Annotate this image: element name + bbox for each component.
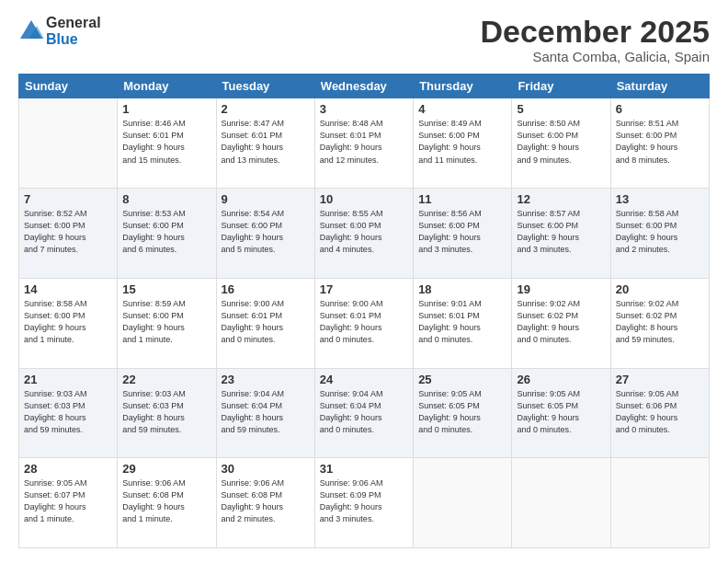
header-sunday: Sunday xyxy=(19,75,118,98)
title-section: December 2025 Santa Comba, Galicia, Spai… xyxy=(480,15,710,64)
day-info: Sunrise: 9:06 AM Sunset: 6:08 PM Dayligh… xyxy=(122,477,210,525)
day-info: Sunrise: 9:04 AM Sunset: 6:04 PM Dayligh… xyxy=(320,388,408,436)
table-row: 8Sunrise: 8:53 AM Sunset: 6:00 PM Daylig… xyxy=(118,189,216,279)
day-info: Sunrise: 9:00 AM Sunset: 6:01 PM Dayligh… xyxy=(222,298,310,346)
day-number: 3 xyxy=(320,102,408,116)
day-number: 23 xyxy=(222,373,310,386)
table-row: 7Sunrise: 8:52 AM Sunset: 6:00 PM Daylig… xyxy=(19,189,118,279)
calendar-table: Sunday Monday Tuesday Wednesday Thursday… xyxy=(18,74,710,548)
logo-blue: Blue xyxy=(46,31,101,48)
day-info: Sunrise: 8:48 AM Sunset: 6:01 PM Dayligh… xyxy=(320,118,408,166)
day-number: 1 xyxy=(122,102,210,116)
header-row: Sunday Monday Tuesday Wednesday Thursday… xyxy=(19,75,710,98)
table-row: 13Sunrise: 8:58 AM Sunset: 6:00 PM Dayli… xyxy=(610,189,709,279)
day-info: Sunrise: 9:05 AM Sunset: 6:05 PM Dayligh… xyxy=(418,388,506,436)
day-number: 11 xyxy=(418,192,506,206)
day-info: Sunrise: 8:49 AM Sunset: 6:00 PM Dayligh… xyxy=(418,118,506,166)
table-row: 21Sunrise: 9:03 AM Sunset: 6:03 PM Dayli… xyxy=(19,368,118,458)
table-row: 28Sunrise: 9:05 AM Sunset: 6:07 PM Dayli… xyxy=(19,458,118,548)
day-info: Sunrise: 9:05 AM Sunset: 6:06 PM Dayligh… xyxy=(616,388,704,436)
calendar-body: 1Sunrise: 8:46 AM Sunset: 6:01 PM Daylig… xyxy=(19,98,710,548)
calendar-week-row: 1Sunrise: 8:46 AM Sunset: 6:01 PM Daylig… xyxy=(19,98,710,189)
table-row: 4Sunrise: 8:49 AM Sunset: 6:00 PM Daylig… xyxy=(414,98,512,189)
day-info: Sunrise: 9:06 AM Sunset: 6:09 PM Dayligh… xyxy=(320,477,408,525)
header-tuesday: Tuesday xyxy=(216,75,314,98)
table-row: 12Sunrise: 8:57 AM Sunset: 6:00 PM Dayli… xyxy=(512,189,610,279)
day-number: 21 xyxy=(24,373,112,386)
header-thursday: Thursday xyxy=(414,75,512,98)
day-info: Sunrise: 9:02 AM Sunset: 6:02 PM Dayligh… xyxy=(517,298,605,346)
calendar-header: Sunday Monday Tuesday Wednesday Thursday… xyxy=(19,75,710,98)
table-row: 14Sunrise: 8:58 AM Sunset: 6:00 PM Dayli… xyxy=(19,278,118,368)
day-info: Sunrise: 9:01 AM Sunset: 6:01 PM Dayligh… xyxy=(418,298,506,346)
header-saturday: Saturday xyxy=(610,75,709,98)
table-row: 20Sunrise: 9:02 AM Sunset: 6:02 PM Dayli… xyxy=(610,278,709,368)
day-number: 16 xyxy=(222,282,310,296)
table-row: 16Sunrise: 9:00 AM Sunset: 6:01 PM Dayli… xyxy=(216,278,314,368)
calendar-week-row: 14Sunrise: 8:58 AM Sunset: 6:00 PM Dayli… xyxy=(19,278,710,368)
table-row xyxy=(512,458,610,548)
header: General Blue December 2025 Santa Comba, … xyxy=(18,15,710,64)
day-number: 4 xyxy=(418,102,506,116)
day-number: 6 xyxy=(616,102,704,116)
table-row: 6Sunrise: 8:51 AM Sunset: 6:00 PM Daylig… xyxy=(610,98,709,189)
day-number: 17 xyxy=(320,282,408,296)
day-info: Sunrise: 9:03 AM Sunset: 6:03 PM Dayligh… xyxy=(122,388,210,436)
day-number: 22 xyxy=(122,373,210,386)
table-row: 22Sunrise: 9:03 AM Sunset: 6:03 PM Dayli… xyxy=(118,368,216,458)
day-number: 18 xyxy=(418,282,506,296)
day-number: 19 xyxy=(517,282,605,296)
day-number: 5 xyxy=(517,102,605,116)
table-row: 27Sunrise: 9:05 AM Sunset: 6:06 PM Dayli… xyxy=(610,368,709,458)
table-row xyxy=(610,458,709,548)
logo-general: General xyxy=(46,15,101,31)
day-info: Sunrise: 8:46 AM Sunset: 6:01 PM Dayligh… xyxy=(122,118,210,166)
day-info: Sunrise: 8:53 AM Sunset: 6:00 PM Dayligh… xyxy=(122,208,210,256)
table-row: 25Sunrise: 9:05 AM Sunset: 6:05 PM Dayli… xyxy=(414,368,512,458)
day-info: Sunrise: 9:03 AM Sunset: 6:03 PM Dayligh… xyxy=(24,388,112,436)
table-row: 24Sunrise: 9:04 AM Sunset: 6:04 PM Dayli… xyxy=(314,368,413,458)
day-number: 30 xyxy=(222,462,310,476)
day-number: 20 xyxy=(616,282,704,296)
table-row: 11Sunrise: 8:56 AM Sunset: 6:00 PM Dayli… xyxy=(414,189,512,279)
day-info: Sunrise: 8:56 AM Sunset: 6:00 PM Dayligh… xyxy=(418,208,506,256)
day-number: 25 xyxy=(418,373,506,386)
table-row: 29Sunrise: 9:06 AM Sunset: 6:08 PM Dayli… xyxy=(118,458,216,548)
table-row: 17Sunrise: 9:00 AM Sunset: 6:01 PM Dayli… xyxy=(314,278,413,368)
day-info: Sunrise: 9:00 AM Sunset: 6:01 PM Dayligh… xyxy=(320,298,408,346)
table-row xyxy=(19,98,118,189)
day-number: 12 xyxy=(517,192,605,206)
day-number: 28 xyxy=(24,462,112,476)
day-info: Sunrise: 8:55 AM Sunset: 6:00 PM Dayligh… xyxy=(320,208,408,256)
table-row: 23Sunrise: 9:04 AM Sunset: 6:04 PM Dayli… xyxy=(216,368,314,458)
table-row: 1Sunrise: 8:46 AM Sunset: 6:01 PM Daylig… xyxy=(118,98,216,189)
day-number: 24 xyxy=(320,373,408,386)
day-number: 8 xyxy=(122,192,210,206)
day-info: Sunrise: 8:51 AM Sunset: 6:00 PM Dayligh… xyxy=(616,118,704,166)
table-row: 2Sunrise: 8:47 AM Sunset: 6:01 PM Daylig… xyxy=(216,98,314,189)
header-friday: Friday xyxy=(512,75,610,98)
day-info: Sunrise: 9:05 AM Sunset: 6:07 PM Dayligh… xyxy=(24,477,112,525)
day-number: 26 xyxy=(517,373,605,386)
day-info: Sunrise: 8:50 AM Sunset: 6:00 PM Dayligh… xyxy=(517,118,605,166)
day-info: Sunrise: 8:54 AM Sunset: 6:00 PM Dayligh… xyxy=(222,208,310,256)
day-number: 9 xyxy=(222,192,310,206)
table-row: 19Sunrise: 9:02 AM Sunset: 6:02 PM Dayli… xyxy=(512,278,610,368)
day-info: Sunrise: 9:05 AM Sunset: 6:05 PM Dayligh… xyxy=(517,388,605,436)
day-number: 29 xyxy=(122,462,210,476)
calendar-week-row: 21Sunrise: 9:03 AM Sunset: 6:03 PM Dayli… xyxy=(19,368,710,458)
table-row xyxy=(414,458,512,548)
table-row: 9Sunrise: 8:54 AM Sunset: 6:00 PM Daylig… xyxy=(216,189,314,279)
day-number: 31 xyxy=(320,462,408,476)
day-number: 15 xyxy=(122,282,210,296)
day-number: 27 xyxy=(616,373,704,386)
table-row: 5Sunrise: 8:50 AM Sunset: 6:00 PM Daylig… xyxy=(512,98,610,189)
header-monday: Monday xyxy=(118,75,216,98)
day-info: Sunrise: 9:06 AM Sunset: 6:08 PM Dayligh… xyxy=(222,477,310,525)
day-info: Sunrise: 8:52 AM Sunset: 6:00 PM Dayligh… xyxy=(24,208,112,256)
logo: General Blue xyxy=(18,15,101,47)
table-row: 15Sunrise: 8:59 AM Sunset: 6:00 PM Dayli… xyxy=(118,278,216,368)
day-number: 14 xyxy=(24,282,112,296)
page: General Blue December 2025 Santa Comba, … xyxy=(0,0,728,563)
calendar-week-row: 7Sunrise: 8:52 AM Sunset: 6:00 PM Daylig… xyxy=(19,189,710,279)
